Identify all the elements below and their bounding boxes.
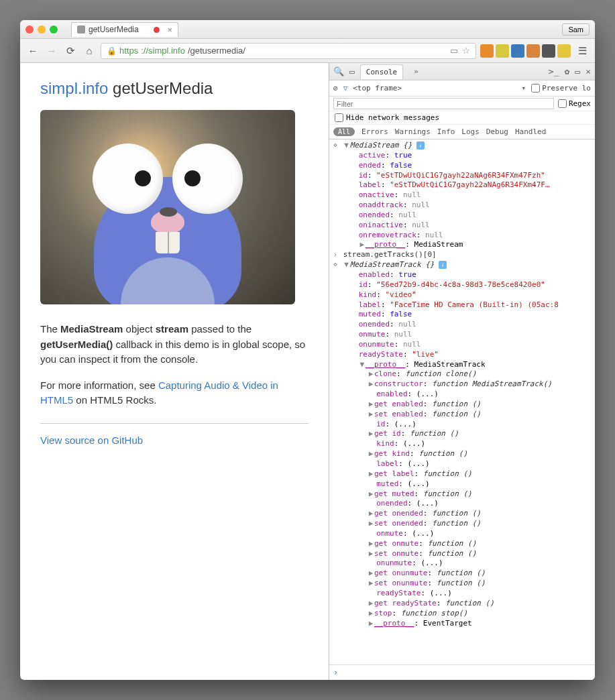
console-line[interactable]: ▶get muted: function () <box>332 489 592 500</box>
paragraph: The MediaStream object stream passed to … <box>40 322 309 367</box>
console-line[interactable]: id: "eStTDwUtQiC1G7gayh22aNAg6R34FXm47Fz… <box>332 171 592 181</box>
console-line[interactable]: readyState: (...) <box>332 589 592 599</box>
console-line[interactable]: active: true <box>332 151 592 161</box>
preserve-log-checkbox[interactable]: Preserve lo <box>531 84 591 93</box>
extension-icon[interactable] <box>542 44 555 58</box>
user-profile-button[interactable]: Sam <box>562 23 590 36</box>
dock-icon[interactable]: ▭ <box>575 66 580 76</box>
console-line[interactable]: ▼__proto__: MediaStreamTrack <box>332 360 592 370</box>
console-line[interactable]: ▶get readyState: function () <box>332 599 592 609</box>
bookmark-star-icon[interactable]: ☆ <box>462 46 470 56</box>
level-info[interactable]: Info <box>437 127 455 136</box>
console-line[interactable]: ▶get enabled: function () <box>332 400 592 410</box>
console-line[interactable]: ▶stop: function stop() <box>332 609 592 619</box>
titlebar: getUserMedia × Sam <box>20 20 595 39</box>
console-tab[interactable]: Console <box>360 64 403 79</box>
console-line[interactable]: ▶set enabled: function () <box>332 410 592 420</box>
console-line[interactable]: ▶__proto__: EventTarget <box>332 619 592 629</box>
github-source-link[interactable]: View source on GitHub <box>40 434 143 446</box>
console-line[interactable]: ▶set onunmute: function () <box>332 579 592 589</box>
address-bar[interactable]: 🔒 https://simpl.info/getusermedia/ ▭ ☆ <box>101 43 476 59</box>
console-line[interactable]: enabled: (...) <box>332 390 592 400</box>
console-line[interactable]: ▶get onmute: function () <box>332 539 592 549</box>
console-line[interactable]: ⋄ ▼MediaStream {} i <box>332 141 592 151</box>
menu-button[interactable]: ☰ <box>575 44 590 58</box>
level-all[interactable]: All <box>333 127 355 136</box>
console-line[interactable]: onended: (...) <box>332 499 592 509</box>
filter-icon[interactable]: ▽ <box>343 84 348 93</box>
console-line[interactable]: › stream.getTracks()[0] <box>332 250 592 260</box>
clear-console-icon[interactable]: ⊘ <box>333 84 338 93</box>
console-line[interactable]: ▶set onended: function () <box>332 519 592 529</box>
console-line[interactable]: muted: (...) <box>332 479 592 489</box>
console-line[interactable]: ▶__proto__: MediaStream <box>332 240 592 250</box>
maximize-window-button[interactable] <box>50 25 58 34</box>
console-line[interactable]: ▶get id: function () <box>332 429 592 439</box>
extension-icon[interactable] <box>511 44 524 58</box>
minimize-window-button[interactable] <box>38 25 46 34</box>
camera-indicator-icon[interactable]: ▭ <box>450 46 458 56</box>
devtools-close-icon[interactable]: × <box>585 66 591 76</box>
extension-icon[interactable] <box>480 44 494 58</box>
console-line[interactable]: ▶get label: function () <box>332 469 592 479</box>
tab-close-button[interactable]: × <box>167 25 172 35</box>
console-line[interactable]: ▶constructor: function MediaStreamTrack(… <box>332 380 592 390</box>
console-line[interactable]: ended: false <box>332 161 592 171</box>
browser-tab[interactable]: getUserMedia × <box>71 22 178 37</box>
level-errors[interactable]: Errors <box>361 127 388 136</box>
hide-network-checkbox[interactable] <box>335 113 343 122</box>
close-window-button[interactable] <box>25 25 34 34</box>
console-line[interactable]: onended: null <box>332 320 592 330</box>
extension-icon[interactable] <box>496 44 509 58</box>
settings-gear-icon[interactable]: ✿ <box>565 66 570 76</box>
console-line[interactable]: onunmute: (...) <box>332 559 592 569</box>
title-link[interactable]: simpl.info <box>40 79 108 97</box>
drawer-icon[interactable]: >_ <box>549 66 559 76</box>
divider <box>40 423 309 424</box>
filter-input[interactable] <box>333 98 554 109</box>
frame-selector[interactable]: <top frame> ▾ <box>353 84 526 93</box>
console-line[interactable]: kind: (...) <box>332 439 592 449</box>
device-mode-icon[interactable]: ▭ <box>349 66 355 76</box>
console-line[interactable]: ▶get onended: function () <box>332 509 592 519</box>
chevron-down-icon: ▾ <box>522 84 526 93</box>
console-line[interactable]: oninactive: null <box>332 221 592 231</box>
more-tabs[interactable]: » <box>408 64 424 78</box>
console-line[interactable]: kind: "video" <box>332 290 592 300</box>
console-prompt[interactable]: › <box>329 664 595 680</box>
inspect-icon[interactable]: 🔍 <box>333 66 344 76</box>
console-line[interactable]: muted: false <box>332 310 592 320</box>
console-line[interactable]: enabled: true <box>332 270 592 280</box>
console-line[interactable]: readyState: "live" <box>332 350 592 360</box>
forward-button[interactable]: → <box>44 44 59 58</box>
console-line[interactable]: onremovetrack: null <box>332 231 592 241</box>
console-line[interactable]: onended: null <box>332 211 592 221</box>
console-line[interactable]: label: (...) <box>332 459 592 469</box>
console-line[interactable]: onmute: null <box>332 330 592 340</box>
console-line[interactable]: ▶get onunmute: function () <box>332 569 592 579</box>
home-button[interactable]: ⌂ <box>82 44 97 58</box>
console-line[interactable]: ⋄ ▼MediaStreamTrack {} i <box>332 260 592 270</box>
level-logs[interactable]: Logs <box>461 127 480 136</box>
console-line[interactable]: id: "56ed72b9-d4bc-4c8a-98d3-78e5ce8420e… <box>332 280 592 290</box>
console-line[interactable]: id: (...) <box>332 420 592 430</box>
back-button[interactable]: ← <box>25 44 40 58</box>
console-line[interactable]: ▶set onmute: function () <box>332 549 592 559</box>
console-line[interactable]: onunmute: null <box>332 340 592 350</box>
console-output[interactable]: ⋄ ▼MediaStream {} i active: true ended: … <box>329 139 595 664</box>
console-line[interactable]: ▶get kind: function () <box>332 449 592 459</box>
level-debug[interactable]: Debug <box>486 127 508 136</box>
regex-checkbox[interactable]: Regex <box>558 99 591 108</box>
console-line[interactable]: onmute: (...) <box>332 529 592 539</box>
extension-icon[interactable] <box>557 44 571 58</box>
extension-icon[interactable] <box>526 44 540 58</box>
reload-button[interactable]: ⟳ <box>63 44 78 58</box>
console-line[interactable]: onaddtrack: null <box>332 200 592 211</box>
console-line[interactable]: label: "FaceTime HD Camera (Built-in) (0… <box>332 300 592 310</box>
level-warnings[interactable]: Warnings <box>395 127 431 136</box>
hide-network-row[interactable]: Hide network messages <box>329 111 595 125</box>
console-line[interactable]: ▶clone: function clone() <box>332 369 592 380</box>
console-line[interactable]: onactive: null <box>332 190 592 200</box>
level-handled[interactable]: Handled <box>515 127 546 136</box>
console-line[interactable]: label: "eStTDwUtQiC1G7gayh22aNAg6R34FXm4… <box>332 180 592 190</box>
